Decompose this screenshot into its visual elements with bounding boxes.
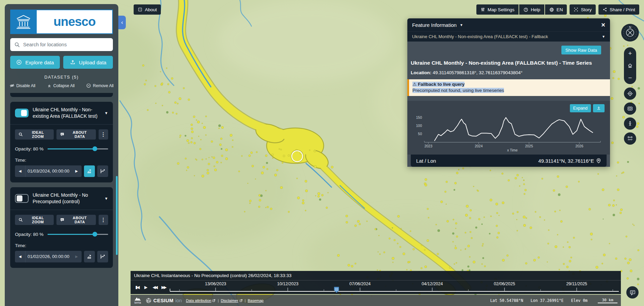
help-button[interactable]: Help [519, 4, 544, 15]
zoom-control: + − [624, 47, 636, 84]
basemap-link[interactable]: Basemap [248, 299, 263, 303]
magnifier-icon [18, 218, 23, 222]
share-print-button[interactable]: Share / Print [598, 4, 639, 15]
dataset-title: Ukraine CHL Monthly - Non-existing Area … [33, 107, 100, 119]
chevron-down-icon: ▼ [602, 35, 605, 38]
split-screen-button[interactable] [624, 102, 636, 115]
story-button[interactable]: Story [570, 4, 596, 15]
disclaimer-link[interactable]: Disclaimer [221, 299, 242, 303]
time-stepper: ◀ 01/03/2024, 00:00:00 ▶ [15, 165, 82, 177]
cursor-position: Lat 50.54788°NLon 37.26991°EElev 0m [490, 298, 588, 303]
dataset-title: Ukraine CHL Monthly - No Precomputed (co… [33, 192, 100, 205]
prev-time-button[interactable]: ◀ [15, 165, 25, 177]
sidebar-collapse-tab[interactable]: ‹ [118, 16, 126, 29]
story-icon [574, 7, 578, 12]
chevron-down-icon[interactable]: ▼ [104, 111, 108, 115]
download-chart-button[interactable] [593, 104, 605, 112]
chart-button[interactable] [97, 165, 108, 177]
measure-tool-button[interactable] [624, 132, 636, 145]
opacity-label: Opacity: 80 % [15, 232, 44, 237]
svg-text:2026: 2026 [575, 144, 583, 148]
location-pin-icon[interactable] [596, 158, 601, 164]
play-timeline-button[interactable] [84, 251, 95, 262]
kebab-menu-icon[interactable]: ⋮ [99, 215, 108, 225]
svg-text:07/06/2024: 07/06/2024 [350, 281, 371, 286]
latlon-value: 49.31141°N, 32.76116°E [538, 158, 594, 164]
dataset-enable-toggle[interactable] [15, 194, 29, 203]
about-button[interactable]: About [134, 4, 161, 15]
plus-circle-icon [16, 59, 22, 65]
show-raw-data-button[interactable]: Show Raw Data [561, 46, 601, 54]
feedback-button[interactable] [626, 286, 639, 299]
svg-text:10/12/2023: 10/12/2023 [277, 281, 299, 286]
svg-text:150: 150 [416, 115, 422, 119]
sidebar-scrollbar[interactable] [116, 176, 118, 255]
collapse-all-button[interactable]: Collapse All [47, 83, 75, 88]
dataset-enable-toggle[interactable] [15, 109, 29, 117]
info-icon [138, 7, 142, 12]
timeline-ruler[interactable]: 13/06/202310/12/202307/06/202404/12/2024… [131, 280, 621, 294]
compass[interactable]: N [621, 23, 639, 42]
zoom-out-button[interactable]: − [624, 72, 636, 84]
chart-region: Expand 150100502023202420252026x Time [407, 101, 610, 155]
chevrons-up-icon [47, 83, 52, 88]
prev-time-button[interactable]: ◀ [15, 251, 25, 262]
kebab-menu-icon[interactable]: ⋮ [99, 129, 108, 140]
svg-text:x Time: x Time [507, 148, 518, 152]
map-settings-button[interactable]: Map Settings [476, 4, 519, 15]
chart-button[interactable] [97, 251, 108, 262]
ideal-zoom-button[interactable]: IDEAL ZOOM [15, 129, 54, 140]
opacity-slider[interactable] [48, 146, 108, 151]
close-icon[interactable]: × [601, 21, 605, 29]
expand-chart-button[interactable]: Expand [570, 104, 591, 112]
timeline-bar: Ukraine CHL Instantaneous - No Precomput… [131, 271, 621, 294]
language-button[interactable]: EN [545, 4, 567, 15]
external-link-icon [212, 299, 216, 302]
search-input[interactable] [23, 42, 109, 47]
feature-panel-title: Feature Information [412, 22, 457, 28]
data-attribution-link[interactable]: Data attribution [186, 299, 216, 303]
rewind-button[interactable]: ◀◀ [150, 280, 159, 294]
upload-data-button[interactable]: Upload data [63, 56, 113, 69]
explore-data-button[interactable]: Explore data [10, 56, 60, 69]
chevron-down-icon[interactable]: ▼ [104, 196, 108, 200]
opacity-slider[interactable] [48, 232, 108, 237]
cesium-logo: CESIUMion [146, 297, 182, 304]
warning-icon: ⚠ [412, 82, 417, 87]
credits-bar: terria CESIUMion Data attribution | Disc… [131, 295, 621, 306]
skip-to-start-button[interactable]: ▮◀ [133, 280, 141, 294]
share-icon [603, 7, 607, 12]
timeseries-chart[interactable]: 150100502023202420252026x Time [413, 112, 603, 152]
play-timeline-button[interactable] [84, 165, 95, 177]
search-icon [14, 42, 20, 48]
locate-me-button[interactable] [624, 87, 636, 100]
chevron-down-icon[interactable]: ▼ [460, 23, 463, 27]
app-root: unesco Explore data Upload data DATASETS… [0, 0, 644, 306]
feature-source-dropdown[interactable]: Ukraine CHL Monthly - Non-existing Area … [407, 31, 610, 42]
sliders-icon [480, 7, 485, 12]
dataset-card: Ukraine CHL Monthly - No Precomputed (co… [10, 187, 113, 268]
about-data-button[interactable]: ABOUT DATA [56, 215, 96, 225]
location-row: Location: 49.31140579861318°, 32.7611637… [411, 70, 607, 75]
unesco-temple-icon [10, 10, 37, 34]
svg-text:N: N [629, 26, 631, 29]
ideal-zoom-button[interactable]: IDEAL ZOOM [15, 215, 54, 225]
zoom-in-button[interactable]: + [624, 47, 636, 60]
next-time-button[interactable]: ▶ [71, 165, 82, 177]
pedestrian-view-button[interactable] [624, 117, 636, 130]
disable-all-button[interactable]: Disable All [10, 83, 35, 88]
next-time-button[interactable]: ▶ [71, 251, 82, 262]
dataset-card: Ukraine CHL Monthly - Non-existing Area … [10, 102, 113, 182]
fast-forward-button[interactable]: ▶▶ [159, 280, 168, 294]
about-data-button[interactable]: ABOUT DATA [56, 129, 96, 140]
location-search[interactable] [10, 38, 113, 51]
timeline-play-button[interactable]: ▶ [141, 280, 150, 294]
current-time-value[interactable]: 01/02/2026, 00:00:00 [25, 251, 71, 262]
workbench: Ukraine CHL Monthly - Non-existing Area … [5, 93, 118, 306]
timeline-thumb[interactable] [334, 287, 339, 293]
svg-text:50: 50 [418, 132, 422, 136]
remove-all-button[interactable]: Remove All [86, 83, 114, 88]
home-button[interactable] [624, 60, 636, 72]
current-time-value[interactable]: 01/03/2024, 00:00:00 [25, 165, 71, 177]
timeline-current-label: Ukraine CHL Instantaneous - No Precomput… [131, 271, 621, 280]
